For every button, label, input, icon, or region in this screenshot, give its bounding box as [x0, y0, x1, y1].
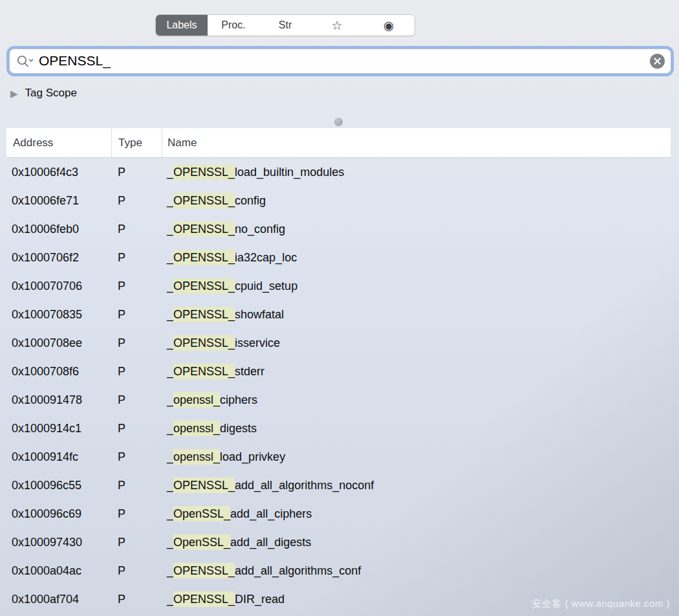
table-row[interactable]: 0x10006f4c3 P _OPENSSL_load_builtin_modu…: [6, 158, 671, 186]
splitter-handle[interactable]: [334, 118, 343, 126]
table-row[interactable]: 0x100096c69 P _OpenSSL_add_all_ciphers: [6, 500, 671, 528]
type-cell: P: [111, 479, 162, 492]
table-row[interactable]: 0x100097430 P _OpenSSL_add_all_digests: [6, 528, 671, 556]
search-input[interactable]: [38, 53, 650, 70]
type-cell: P: [111, 223, 162, 236]
address-cell: 0x100096c69: [6, 507, 111, 521]
search-menu-icon[interactable]: [16, 54, 35, 69]
tab-favorites[interactable]: ☆: [311, 15, 363, 36]
type-cell: P: [111, 536, 162, 549]
address-cell: 0x100070706: [6, 280, 111, 293]
fisheye-icon: ◉: [383, 19, 394, 32]
name-suffix: add_all_algorithms_conf: [235, 564, 361, 577]
watermark-text: 安全客 ( www.anquanke.com ): [532, 598, 670, 610]
search-match-highlight: OPENSSL_: [173, 563, 235, 578]
column-header-name[interactable]: Name: [162, 128, 671, 157]
name-suffix: cpuid_setup: [235, 280, 297, 292]
type-cell: P: [111, 280, 162, 293]
type-cell: P: [111, 194, 162, 208]
table-row[interactable]: 0x1000914fc P _openssl_load_privkey: [6, 443, 671, 471]
name-suffix: digests: [220, 422, 257, 435]
tab-procedures[interactable]: Proc.: [208, 15, 259, 36]
name-cell: _OpenSSL_add_all_digests: [162, 536, 671, 549]
address-cell: 0x1000914c1: [6, 422, 111, 435]
name-cell: _OPENSSL_cpuid_setup: [162, 280, 671, 293]
table-row[interactable]: 0x1000a04ac P _OPENSSL_add_all_algorithm…: [6, 556, 671, 585]
name-suffix: load_privkey: [220, 450, 285, 463]
name-prefix: _: [167, 507, 173, 520]
search-match-highlight: OPENSSL_: [173, 478, 235, 493]
tab-current-scope[interactable]: ◉: [363, 15, 415, 36]
search-match-highlight: OPENSSL_: [173, 250, 235, 265]
name-suffix: ia32cap_loc: [235, 251, 297, 264]
search-match-highlight: OPENSSL_: [173, 591, 235, 607]
type-cell: P: [111, 365, 162, 379]
table-row[interactable]: 0x1000914c1 P _openssl_digests: [6, 414, 671, 443]
table-header: Address Type Name: [6, 128, 671, 158]
search-match-highlight: OPENSSL_: [173, 221, 235, 237]
type-cell: P: [111, 251, 162, 265]
tab-labels[interactable]: Labels: [156, 15, 208, 36]
table-row[interactable]: 0x1000708f6 P _OPENSSL_stderr: [6, 357, 671, 386]
column-header-type[interactable]: Type: [111, 128, 162, 157]
name-prefix: _: [167, 194, 173, 207]
name-suffix: load_builtin_modules: [235, 166, 344, 179]
name-suffix: add_all_ciphers: [230, 507, 312, 520]
address-cell: 0x10006fe71: [6, 194, 111, 208]
name-cell: _OPENSSL_stderr: [162, 365, 671, 379]
symbols-table: Address Type Name 0x10006f4c3 P _OPENSSL…: [6, 128, 671, 616]
name-cell: _OPENSSL_config: [162, 194, 671, 208]
address-cell: 0x10006feb0: [6, 223, 111, 236]
name-suffix: DIR_read: [235, 593, 285, 606]
name-prefix: _: [167, 223, 173, 236]
name-cell: _OPENSSL_load_builtin_modules: [162, 166, 671, 179]
table-row[interactable]: 0x100070706 P _OPENSSL_cpuid_setup: [6, 272, 671, 300]
type-cell: P: [111, 308, 162, 322]
search-match-highlight: OpenSSL_: [173, 506, 230, 522]
table-row[interactable]: 0x1000706f2 P _OPENSSL_ia32cap_loc: [6, 243, 671, 272]
column-header-address[interactable]: Address: [6, 128, 111, 157]
address-cell: 0x1000708ee: [6, 336, 111, 350]
address-cell: 0x100091478: [6, 393, 111, 407]
filter-segmented-control: Labels Proc. Str ☆ ◉: [155, 14, 415, 36]
name-cell: _OPENSSL_isservice: [162, 336, 671, 350]
name-prefix: _: [167, 280, 173, 292]
search-field[interactable]: [9, 49, 671, 74]
name-prefix: _: [167, 479, 173, 492]
address-cell: 0x1000708f6: [6, 365, 111, 379]
address-cell: 0x100070835: [6, 308, 111, 322]
name-cell: _OPENSSL_ia32cap_loc: [162, 251, 671, 265]
clear-search-button[interactable]: [650, 54, 665, 69]
name-cell: _OpenSSL_add_all_ciphers: [162, 507, 671, 521]
type-cell: P: [111, 336, 162, 350]
table-row[interactable]: 0x10006fe71 P _OPENSSL_config: [6, 186, 671, 215]
address-cell: 0x1000914fc: [6, 450, 111, 464]
table-row[interactable]: 0x100091478 P _openssl_ciphers: [6, 386, 671, 414]
search-match-highlight: OPENSSL_: [173, 164, 235, 180]
address-cell: 0x100096c55: [6, 479, 111, 492]
type-cell: P: [111, 393, 162, 407]
table-row[interactable]: 0x100096c55 P _OPENSSL_add_all_algorithm…: [6, 471, 671, 500]
name-prefix: _: [167, 336, 173, 349]
name-prefix: _: [167, 393, 173, 406]
name-cell: _openssl_ciphers: [162, 393, 671, 407]
address-cell: 0x1000af704: [6, 593, 111, 606]
address-cell: 0x10006f4c3: [6, 166, 111, 179]
name-cell: _openssl_load_privkey: [162, 450, 671, 464]
address-cell: 0x100097430: [6, 536, 111, 549]
type-cell: P: [111, 507, 162, 521]
tab-strings[interactable]: Str: [259, 15, 311, 36]
search-match-highlight: OPENSSL_: [173, 193, 235, 208]
tag-scope-label: Tag Scope: [25, 87, 77, 100]
table-row[interactable]: 0x10006feb0 P _OPENSSL_no_config: [6, 215, 671, 243]
name-cell: _openssl_digests: [162, 422, 671, 435]
type-cell: P: [111, 450, 162, 464]
disclosure-triangle-icon[interactable]: ▶: [10, 89, 18, 98]
table-row[interactable]: 0x1000708ee P _OPENSSL_isservice: [6, 329, 671, 357]
tag-scope-section: ▶ Tag Scope: [10, 87, 77, 100]
name-cell: _OPENSSL_showfatal: [162, 308, 671, 322]
name-prefix: _: [167, 308, 173, 321]
star-outline-icon: ☆: [331, 19, 342, 32]
search-match-highlight: openssl_: [173, 421, 220, 436]
table-row[interactable]: 0x100070835 P _OPENSSL_showfatal: [6, 300, 671, 329]
